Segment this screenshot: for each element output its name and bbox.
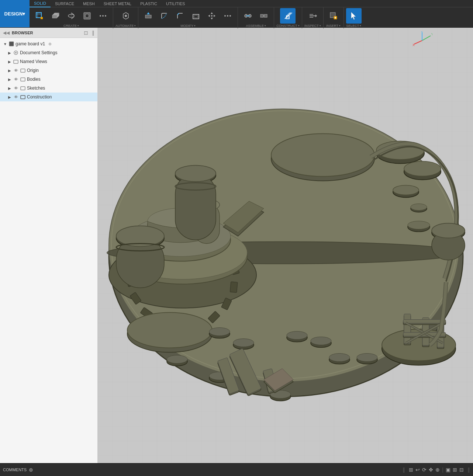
- sketches-arrow: ▶: [7, 86, 12, 90]
- origin-arrow: ▶: [7, 68, 12, 73]
- design-button[interactable]: DESIGN ▾: [0, 0, 30, 27]
- root-label: game board v1: [15, 41, 45, 46]
- origin-label: Origin: [27, 68, 39, 73]
- svg-point-26: [224, 15, 226, 17]
- layout-icon[interactable]: ⊟: [459, 467, 464, 473]
- modify-more-btn[interactable]: [220, 8, 235, 24]
- new-sketch-btn[interactable]: [32, 8, 47, 24]
- construction-eye[interactable]: 👁: [13, 94, 19, 100]
- grid-display-icon[interactable]: ⊞: [453, 467, 457, 473]
- tree-root[interactable]: ▼ game board v1 ⚙: [0, 39, 97, 48]
- create-more-btn[interactable]: [95, 8, 111, 24]
- display-mode-icon[interactable]: ▣: [446, 467, 450, 473]
- browser-menu-btn[interactable]: ⊡: [84, 30, 88, 36]
- bodies-arrow: ▶: [7, 77, 12, 81]
- rigid-group-btn[interactable]: [256, 8, 272, 24]
- svg-marker-22: [211, 18, 213, 20]
- modify-label[interactable]: MODIFY ▾: [180, 24, 196, 28]
- tree-item-construction[interactable]: ▶ 👁 Construction: [0, 93, 97, 101]
- tree-item-doc-settings[interactable]: ▶ Document Settings: [0, 48, 97, 57]
- tab-plastic[interactable]: PLASTIC: [136, 0, 162, 7]
- svg-rect-161: [403, 320, 446, 323]
- construction-arrow: ▶: [7, 95, 12, 99]
- svg-point-25: [211, 15, 213, 17]
- status-divider-2: |: [442, 467, 443, 473]
- svg-point-137: [357, 354, 377, 362]
- tab-sheet-metal[interactable]: SHEET METAL: [99, 0, 136, 7]
- status-divider-right: ‖: [467, 467, 470, 473]
- named-views-label: Named Views: [20, 59, 47, 64]
- svg-line-57: [414, 41, 422, 44]
- construct-btn[interactable]: [280, 8, 296, 24]
- revolve-btn[interactable]: [63, 8, 79, 24]
- extrude-btn[interactable]: [48, 8, 63, 24]
- svg-rect-81: [230, 282, 237, 292]
- doc-settings-arrow: ▶: [7, 51, 12, 55]
- assemble-label[interactable]: ASSEMBLE ▾: [246, 24, 266, 28]
- origin-eye[interactable]: 👁: [13, 67, 19, 73]
- tab-solid[interactable]: SOLID: [30, 0, 51, 7]
- construct-label[interactable]: CONSTRUCT ▾: [276, 24, 300, 28]
- tab-mesh[interactable]: MESH: [79, 0, 99, 7]
- toolbar-group-construct: CONSTRUCT ▾: [274, 7, 302, 28]
- inspect-btn[interactable]: [305, 8, 320, 24]
- automate-label[interactable]: AUTOMATE ▾: [115, 24, 136, 28]
- zoom-icon[interactable]: ⊕: [435, 467, 440, 473]
- browser-close-btn[interactable]: ‖: [92, 30, 94, 36]
- add-comment-icon[interactable]: ⊕: [29, 467, 33, 473]
- grid-cursor-icon[interactable]: ⊞: [409, 467, 413, 473]
- insert-btn[interactable]: [326, 8, 341, 24]
- orbit-icon[interactable]: ⟳: [422, 467, 427, 473]
- tab-surface[interactable]: SURFACE: [51, 0, 79, 7]
- press-pull-btn[interactable]: [141, 8, 156, 24]
- svg-point-12: [100, 15, 101, 17]
- svg-point-28: [229, 15, 231, 17]
- back-step-icon[interactable]: ↩: [415, 467, 420, 473]
- select-btn[interactable]: [346, 8, 362, 24]
- insert-label[interactable]: INSERT ▾: [326, 24, 341, 28]
- construction-icon: [20, 94, 26, 100]
- svg-rect-3: [41, 17, 43, 19]
- tree-item-sketches[interactable]: ▶ 👁 Sketches: [0, 84, 97, 93]
- root-settings-icon[interactable]: ⚙: [48, 42, 52, 46]
- tree-item-bodies[interactable]: ▶ 👁 Bodies: [0, 75, 97, 84]
- svg-rect-52: [21, 95, 25, 99]
- toolbar-group-automate: AUTOMATE ▾: [113, 7, 138, 28]
- svg-line-53: [422, 36, 431, 41]
- svg-rect-50: [21, 78, 25, 81]
- inspect-label[interactable]: INSPECT ▾: [304, 24, 321, 28]
- svg-point-129: [233, 339, 254, 347]
- chamfer-btn[interactable]: [172, 8, 188, 24]
- tab-utilities[interactable]: UTILITIES: [162, 0, 189, 7]
- browser-panel: ◀◀ BROWSER ⊡ ‖ ▼ game board v1 ⚙ ▶ Do: [0, 28, 98, 463]
- svg-point-11: [85, 14, 89, 18]
- automate-btn[interactable]: [118, 8, 134, 24]
- bodies-eye[interactable]: 👁: [13, 76, 19, 82]
- toolbar-group-assemble: ASSEMBLE ▾: [238, 7, 274, 28]
- svg-point-27: [227, 15, 228, 17]
- svg-point-131: [287, 331, 307, 340]
- svg-point-135: [329, 354, 350, 362]
- joint-btn[interactable]: [240, 8, 256, 24]
- svg-point-15: [125, 15, 127, 17]
- select-label[interactable]: SELECT ▾: [346, 24, 361, 28]
- shell-btn[interactable]: [188, 8, 204, 24]
- status-divider-left: ‖: [403, 467, 405, 473]
- move-btn[interactable]: [204, 8, 220, 24]
- toolbar-group-insert: INSERT ▾: [324, 7, 344, 28]
- viewport[interactable]: Y Z X BACK TOP: [98, 28, 473, 463]
- doc-settings-icon: [13, 50, 19, 56]
- svg-point-47: [15, 52, 17, 53]
- create-label[interactable]: CREATE ▾: [63, 24, 79, 28]
- svg-point-13: [102, 15, 104, 17]
- root-arrow: ▼: [3, 42, 7, 46]
- fillet-btn[interactable]: [156, 8, 172, 24]
- tree-item-origin[interactable]: ▶ 👁 Origin: [0, 66, 97, 75]
- pan-icon[interactable]: ✥: [429, 467, 433, 473]
- hole-btn[interactable]: [79, 8, 95, 24]
- sketches-icon: [20, 85, 26, 91]
- browser-collapse-btn[interactable]: ◀◀: [3, 30, 10, 35]
- tree-item-named-views[interactable]: ▶ Named Views: [0, 57, 97, 66]
- sketches-eye[interactable]: 👁: [13, 85, 19, 91]
- toolbar-group-inspect: INSPECT ▾: [302, 7, 324, 28]
